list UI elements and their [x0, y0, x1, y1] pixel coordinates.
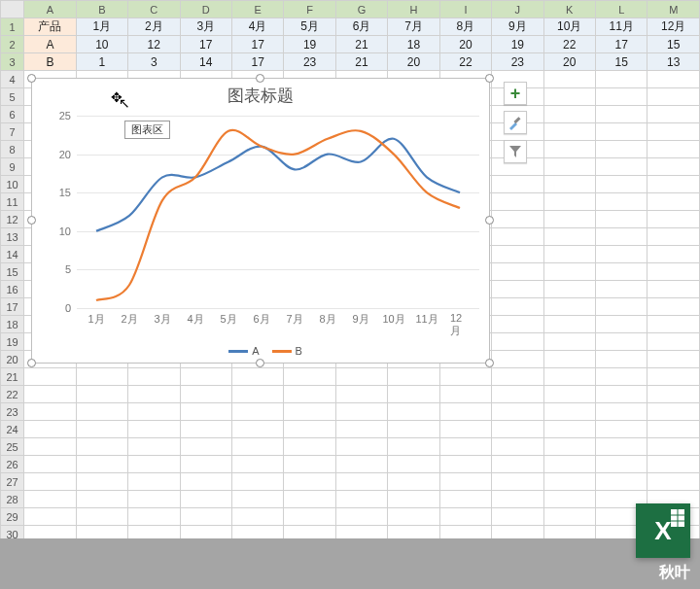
cell[interactable] [543, 281, 595, 298]
cell[interactable] [648, 473, 700, 491]
col-header[interactable]: H [388, 1, 439, 18]
cell[interactable] [543, 368, 595, 386]
cell[interactable]: 9月 [492, 18, 543, 36]
legend-item-a[interactable]: A [252, 345, 259, 357]
cell[interactable] [543, 298, 595, 316]
cell[interactable] [284, 508, 335, 526]
cell[interactable] [596, 211, 648, 228]
cell[interactable]: 3 [128, 53, 180, 71]
cell[interactable] [543, 456, 595, 473]
select-all-corner[interactable] [1, 1, 24, 18]
col-header[interactable]: B [76, 1, 127, 18]
cell[interactable] [231, 473, 283, 491]
cell[interactable] [180, 491, 231, 508]
cell[interactable]: 产品 [24, 18, 76, 36]
chart-filter-button[interactable] [504, 140, 527, 163]
cell[interactable] [648, 158, 700, 176]
cell[interactable] [335, 386, 387, 403]
cell[interactable] [231, 491, 283, 508]
cell[interactable] [543, 106, 595, 123]
chart-plot-area[interactable] [77, 116, 479, 308]
cell[interactable] [231, 508, 283, 526]
cell[interactable]: 20 [543, 53, 595, 71]
cell[interactable] [596, 456, 648, 473]
cell[interactable] [24, 456, 76, 473]
chart-styles-button[interactable] [504, 111, 527, 134]
col-header[interactable]: K [543, 1, 595, 18]
cell[interactable] [492, 351, 543, 368]
cell[interactable] [543, 246, 595, 263]
cell[interactable]: 20 [388, 53, 439, 71]
cell[interactable] [492, 298, 543, 316]
cell[interactable] [180, 438, 231, 456]
cell[interactable]: 19 [492, 36, 543, 53]
cell[interactable] [24, 403, 76, 421]
cell[interactable] [648, 211, 700, 228]
cell[interactable] [76, 473, 127, 491]
cell[interactable] [492, 176, 543, 193]
cell[interactable] [180, 421, 231, 438]
cell[interactable] [596, 193, 648, 211]
cell[interactable] [648, 176, 700, 193]
cell[interactable] [335, 473, 387, 491]
row-header[interactable]: 21 [1, 368, 24, 386]
cell[interactable] [543, 403, 595, 421]
cell[interactable] [543, 123, 595, 141]
cell[interactable] [543, 438, 595, 456]
cell[interactable] [388, 491, 439, 508]
cell[interactable] [335, 508, 387, 526]
cell[interactable]: 23 [492, 53, 543, 71]
cell[interactable] [439, 421, 491, 438]
cell[interactable] [648, 281, 700, 298]
cell[interactable] [335, 403, 387, 421]
cell[interactable] [335, 456, 387, 473]
cell[interactable] [596, 88, 648, 106]
row-header[interactable]: 9 [1, 158, 24, 176]
cell[interactable] [24, 368, 76, 386]
cell[interactable] [492, 228, 543, 246]
cell[interactable] [596, 368, 648, 386]
cell[interactable] [128, 386, 180, 403]
cell[interactable] [388, 438, 439, 456]
cell[interactable] [543, 88, 595, 106]
cell[interactable] [492, 281, 543, 298]
cell[interactable]: 13 [648, 53, 700, 71]
cell[interactable] [180, 368, 231, 386]
cell[interactable]: 7月 [388, 18, 439, 36]
cell[interactable] [543, 263, 595, 281]
row-header[interactable]: 5 [1, 88, 24, 106]
row-header[interactable]: 14 [1, 246, 24, 263]
cell[interactable] [284, 456, 335, 473]
cell[interactable]: 12 [128, 36, 180, 53]
cell[interactable] [335, 421, 387, 438]
cell[interactable]: 10 [76, 36, 127, 53]
cell[interactable] [596, 403, 648, 421]
cell[interactable] [180, 473, 231, 491]
cell[interactable] [596, 123, 648, 141]
cell[interactable] [492, 316, 543, 333]
row-header[interactable]: 29 [1, 508, 24, 526]
cell[interactable] [596, 386, 648, 403]
cell[interactable] [128, 421, 180, 438]
cell[interactable] [284, 386, 335, 403]
cell[interactable] [648, 141, 700, 158]
cell[interactable]: 3月 [180, 18, 231, 36]
chart-legend[interactable]: A B [32, 344, 489, 357]
cell[interactable] [543, 351, 595, 368]
cell[interactable] [76, 386, 127, 403]
row-header[interactable]: 12 [1, 211, 24, 228]
cell[interactable] [128, 473, 180, 491]
row-header[interactable]: 22 [1, 386, 24, 403]
cell[interactable] [543, 421, 595, 438]
row-header[interactable]: 26 [1, 456, 24, 473]
cell[interactable] [648, 106, 700, 123]
chart-title[interactable]: 图表标题 [32, 79, 489, 111]
cell[interactable]: 8月 [439, 18, 491, 36]
col-header[interactable]: M [648, 1, 700, 18]
cell[interactable] [439, 456, 491, 473]
row-header[interactable]: 11 [1, 193, 24, 211]
cell[interactable] [596, 176, 648, 193]
cell[interactable] [648, 88, 700, 106]
cell[interactable] [128, 508, 180, 526]
cell[interactable] [648, 333, 700, 351]
